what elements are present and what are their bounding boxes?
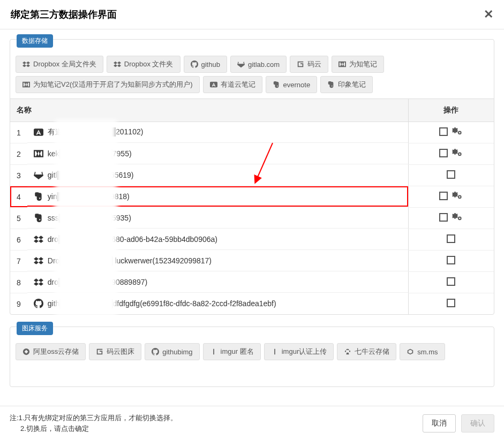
row-checkbox[interactable]	[447, 299, 455, 307]
storage-button-row: Dropbox 全局文件夹Dropbox 文件夹githubgitlab.com…	[10, 51, 494, 98]
close-icon[interactable]: ✕	[484, 9, 493, 20]
row-name-cell: yin██████████9818)	[27, 186, 408, 207]
row-settings-icon[interactable]	[452, 192, 463, 200]
evernote-icon	[34, 192, 43, 201]
storage-btn-3[interactable]: gitlab.com	[230, 56, 287, 73]
imgur-icon	[210, 348, 217, 355]
row-index: 4	[10, 186, 27, 208]
dropbox-icon	[34, 234, 43, 244]
storage-btn-2[interactable]: github	[184, 56, 227, 73]
btn-label: 阿里oss云存储	[33, 347, 79, 356]
btn-label: gitlab.com	[248, 60, 280, 69]
mayun-icon	[297, 60, 304, 68]
row-name-text: Dro██████████ luckwerwer(1523492099817)	[48, 256, 212, 265]
imgbed-btn-1[interactable]: 码云图床	[89, 343, 141, 360]
storage-btn-4[interactable]: 码云	[290, 56, 328, 73]
dropbox-icon	[34, 277, 43, 287]
row-checkbox[interactable]	[439, 192, 448, 200]
panel-label-storage: 数据存储	[17, 34, 53, 48]
row-name-text: yin██████████9818)	[48, 192, 130, 201]
row-checkbox[interactable]	[447, 170, 455, 179]
row-index: 9	[10, 293, 27, 315]
youdao-icon	[34, 127, 43, 137]
row-checkbox[interactable]	[439, 149, 448, 157]
row-name-text: dro██████████680-ad06-b42a-59bb4db0906a)	[48, 235, 217, 244]
github-icon	[152, 348, 159, 355]
table-row: 7 Dro██████████ luckwerwer(1523492099817…	[10, 251, 494, 272]
row-index: 2	[10, 143, 27, 165]
confirm-button[interactable]: 确认	[461, 414, 494, 433]
dropbox-icon	[34, 256, 43, 265]
row-name-cell: kek██████████7955)	[27, 143, 408, 164]
row-ops-cell	[408, 122, 494, 143]
row-name-text: gith██████████dfdfgdfg(e6991f8c-dfdc-8a8…	[48, 299, 276, 308]
storage-btn-6[interactable]: 为知笔记V2(仅适用于开启了为知新同步方式的用户)	[16, 76, 200, 93]
row-name-text: 有道██████████201102)	[48, 127, 144, 137]
row-name-cell: Dro██████████ luckwerwer(1523492099817)	[27, 251, 408, 271]
cancel-button[interactable]: 取消	[423, 414, 456, 433]
row-index: 3	[10, 165, 27, 186]
row-name-cell: 有道██████████201102)	[27, 122, 408, 143]
row-settings-icon[interactable]	[452, 149, 463, 157]
storage-btn-5[interactable]: 为知笔记	[332, 56, 384, 73]
imgbed-btn-3[interactable]: imgur 匿名	[203, 343, 261, 360]
footer-note-line1: 注:1.只有先绑定对应的第三方应用后，才能切换选择。	[10, 413, 177, 423]
storage-btn-1[interactable]: Dropbox 文件夹	[107, 56, 180, 73]
row-ops-cell	[408, 251, 494, 272]
storage-btn-9[interactable]: 印象笔记	[320, 76, 373, 93]
row-name-text: dro██████████90889897)	[48, 278, 147, 286]
btn-label: githubimg	[162, 348, 192, 356]
btn-label: 为知笔记	[349, 59, 377, 69]
modal-header: 绑定第三方数据操作界面 ✕	[0, 0, 504, 29]
imgbed-btn-4[interactable]: imgur认证上传	[264, 343, 334, 360]
btn-label: 码云图床	[107, 347, 134, 356]
row-settings-icon[interactable]	[452, 213, 463, 222]
btn-label: sm.ms	[417, 348, 438, 356]
imgbed-button-row: 阿里oss云存储码云图床githubimgimgur 匿名imgur认证上传七牛…	[10, 339, 494, 366]
table-row: 8 dro██████████90889897)	[10, 272, 494, 293]
evernote-icon	[273, 81, 280, 88]
row-settings-icon[interactable]	[452, 127, 463, 136]
row-checkbox[interactable]	[439, 127, 448, 136]
storage-btn-8[interactable]: evernote	[266, 76, 318, 93]
btn-label: Dropbox 全局文件夹	[33, 59, 96, 69]
row-ops-cell	[408, 208, 494, 229]
storage-table: 名称 操作 1 有道██████████201102) 2 kek███████…	[10, 98, 494, 314]
wiz-icon	[338, 60, 346, 68]
table-row: 2 kek██████████7955)	[10, 143, 494, 165]
row-index: 7	[10, 251, 27, 272]
col-name: 名称	[10, 99, 408, 122]
qiniu-icon	[344, 348, 351, 355]
table-row: 5 sss██████████5935)	[10, 208, 494, 229]
row-checkbox[interactable]	[447, 256, 455, 264]
mayun-icon	[96, 348, 103, 355]
imgbed-btn-2[interactable]: githubimg	[145, 343, 199, 360]
imgbed-btn-6[interactable]: sm.ms	[400, 343, 445, 360]
wiz-icon	[22, 81, 30, 88]
evernote-icon	[34, 213, 43, 223]
imgbed-btn-0[interactable]: 阿里oss云存储	[16, 343, 86, 360]
row-checkbox[interactable]	[439, 213, 448, 222]
row-name-cell: sss██████████5935)	[27, 208, 408, 229]
btn-label: 码云	[307, 59, 321, 69]
row-name-cell: gith██████████dfdfgdfg(e6991f8c-dfdc-8a8…	[27, 293, 408, 314]
btn-label: 印象笔记	[338, 80, 366, 89]
row-ops-cell	[408, 143, 494, 165]
row-name-text: gitl██████████65619)	[48, 171, 134, 179]
imgbed-btn-5[interactable]: 七牛云存储	[337, 343, 396, 360]
dropbox-icon	[22, 60, 30, 68]
row-checkbox[interactable]	[447, 234, 455, 243]
btn-label: 七牛云存储	[355, 347, 389, 356]
table-row: 3 gitl██████████65619)	[10, 165, 494, 186]
row-index: 6	[10, 229, 27, 251]
row-index: 1	[10, 122, 27, 143]
aliyun-icon	[22, 348, 30, 355]
row-checkbox[interactable]	[447, 277, 455, 286]
row-ops-cell	[408, 165, 494, 186]
gitlab-icon	[34, 170, 43, 180]
storage-btn-7[interactable]: 有道云笔记	[203, 76, 262, 93]
table-row: 9 gith██████████dfdfgdfg(e6991f8c-dfdc-8…	[10, 293, 494, 315]
btn-label: imgur认证上传	[282, 347, 327, 356]
panel-data-storage: 数据存储 Dropbox 全局文件夹Dropbox 文件夹githubgitla…	[10, 39, 494, 315]
storage-btn-0[interactable]: Dropbox 全局文件夹	[16, 56, 103, 73]
